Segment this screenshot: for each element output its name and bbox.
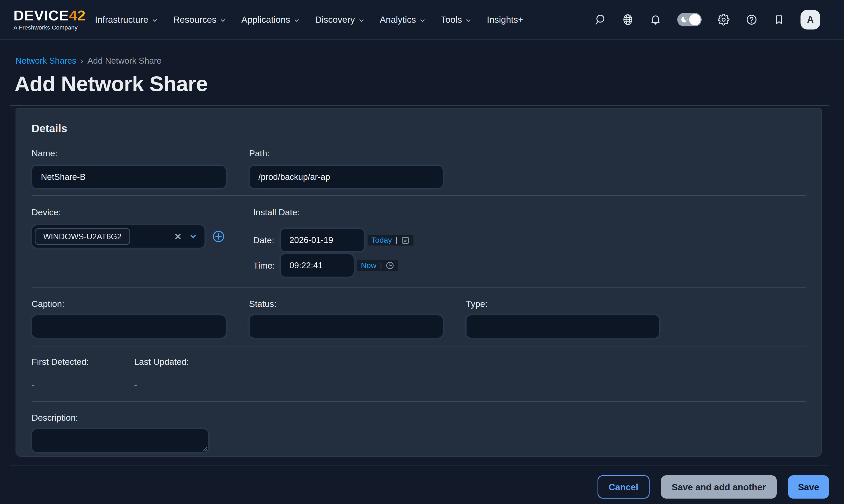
logo-tagline: A Freshworks Company xyxy=(14,24,86,31)
globe-button[interactable] xyxy=(622,14,634,25)
first-detected-label: First Detected: xyxy=(32,357,134,366)
settings-button[interactable] xyxy=(718,14,729,25)
nav-item-tools[interactable]: Tools xyxy=(441,15,472,25)
caption-input[interactable] xyxy=(32,315,226,338)
main-nav: Infrastructure Resources Applications Di… xyxy=(95,15,524,25)
save-and-add-another-button[interactable]: Save and add another xyxy=(661,475,777,499)
nav-item-insights[interactable]: Insights+ xyxy=(487,15,523,25)
search-button[interactable] xyxy=(594,14,606,25)
device-field-group: Device: WINDOWS-U2AT6G2 xyxy=(32,208,226,277)
first-detected-group: First Detected: - xyxy=(32,357,134,389)
type-input[interactable] xyxy=(466,315,660,338)
description-label: Description: xyxy=(32,413,806,422)
bell-icon xyxy=(650,14,661,25)
device-chip: WINDOWS-U2AT6G2 xyxy=(35,228,130,245)
footer-divider xyxy=(10,465,829,465)
path-label: Path: xyxy=(249,149,443,158)
breadcrumb-separator: › xyxy=(81,56,83,65)
status-input[interactable] xyxy=(249,315,443,338)
date-shortcuts: Today | xyxy=(368,235,414,246)
name-field-group: Name: xyxy=(32,149,226,188)
path-field-group: Path: xyxy=(249,149,443,188)
nav-item-label: Infrastructure xyxy=(95,15,148,25)
save-button[interactable]: Save xyxy=(788,475,829,499)
caption-label: Caption: xyxy=(32,299,226,308)
logo-wordmark: DEVICE42 xyxy=(14,8,86,23)
name-path-row: Name: Path: xyxy=(32,149,806,188)
divider xyxy=(32,401,806,402)
dark-mode-toggle[interactable] xyxy=(677,13,702,26)
time-label: Time: xyxy=(253,260,280,271)
toggle-knob xyxy=(689,14,701,25)
nav-item-resources[interactable]: Resources xyxy=(173,15,226,25)
date-input[interactable] xyxy=(280,229,365,252)
name-input[interactable] xyxy=(32,165,226,188)
time-input[interactable] xyxy=(280,254,354,277)
chevron-down-icon xyxy=(220,18,226,23)
nav-item-label: Discovery xyxy=(315,15,355,25)
chevron-down-icon xyxy=(152,18,158,23)
description-textarea-wrap xyxy=(32,429,209,452)
nav-item-applications[interactable]: Applications xyxy=(241,15,300,25)
moon-sparkles-icon xyxy=(680,16,688,24)
avatar-letter: A xyxy=(807,14,814,25)
nav-item-infrastructure[interactable]: Infrastructure xyxy=(95,15,158,25)
clock-picker-button[interactable] xyxy=(386,261,394,270)
type-label: Type: xyxy=(466,299,660,308)
status-label: Status: xyxy=(249,299,443,308)
breadcrumb: Network Shares › Add Network Share xyxy=(16,56,844,65)
calendar-picker-button[interactable] xyxy=(401,236,410,245)
search-icon xyxy=(594,14,606,25)
calendar-icon xyxy=(401,236,410,245)
details-panel: Details Name: Path: Device: WINDOWS-U2AT… xyxy=(16,108,822,457)
device-clear-button[interactable] xyxy=(174,232,182,241)
nav-item-analytics[interactable]: Analytics xyxy=(380,15,425,25)
globe-icon xyxy=(622,14,634,25)
page-title: Add Network Share xyxy=(15,73,844,94)
topbar-actions: A xyxy=(594,10,820,30)
help-icon xyxy=(745,14,758,25)
notifications-button[interactable] xyxy=(650,14,661,25)
name-label: Name: xyxy=(32,149,226,158)
content-top-divider xyxy=(10,105,829,106)
status-field-group: Status: xyxy=(249,299,443,338)
app-window: DEVICE42 A Freshworks Company Infrastruc… xyxy=(0,0,844,504)
cancel-button[interactable]: Cancel xyxy=(598,475,650,499)
divider xyxy=(32,195,806,196)
date-label: Date: xyxy=(253,235,280,245)
chevron-down-icon xyxy=(465,18,471,23)
avatar[interactable]: A xyxy=(801,10,820,30)
device42-logo[interactable]: DEVICE42 A Freshworks Company xyxy=(14,8,86,31)
first-detected-value: - xyxy=(32,380,134,389)
nav-item-label: Resources xyxy=(173,15,216,25)
nav-item-label: Applications xyxy=(241,15,290,25)
divider xyxy=(32,346,806,346)
divider xyxy=(32,287,806,288)
description-textarea[interactable] xyxy=(32,429,209,452)
caption-field-group: Caption: xyxy=(32,299,226,338)
time-shortcuts: Now | xyxy=(357,260,398,271)
breadcrumb-current: Add Network Share xyxy=(88,56,161,65)
shortcut-separator: | xyxy=(395,236,398,244)
nav-item-label: Insights+ xyxy=(487,15,523,25)
caption-status-type-row: Caption: Status: Type: xyxy=(32,299,806,338)
breadcrumb-link-network-shares[interactable]: Network Shares xyxy=(16,56,76,65)
detected-updated-row: First Detected: - Last Updated: - xyxy=(32,357,806,389)
last-updated-value: - xyxy=(134,380,236,389)
help-button[interactable] xyxy=(745,14,758,25)
chevron-down-icon xyxy=(420,18,425,23)
gear-icon xyxy=(718,14,729,25)
install-date-group: Install Date: Date: Today | Time: xyxy=(249,208,443,277)
add-device-button[interactable] xyxy=(212,230,225,243)
type-field-group: Type: xyxy=(466,299,660,338)
last-updated-group: Last Updated: - xyxy=(134,357,236,389)
today-link[interactable]: Today xyxy=(371,236,392,245)
chevron-down-icon xyxy=(189,232,197,240)
device-select[interactable]: WINDOWS-U2AT6G2 xyxy=(32,225,205,248)
device-select-row: WINDOWS-U2AT6G2 xyxy=(32,225,226,248)
nav-item-discovery[interactable]: Discovery xyxy=(315,15,364,25)
bookmark-icon xyxy=(774,14,785,25)
now-link[interactable]: Now xyxy=(361,261,376,270)
path-input[interactable] xyxy=(249,165,443,188)
bookmark-button[interactable] xyxy=(774,14,785,25)
